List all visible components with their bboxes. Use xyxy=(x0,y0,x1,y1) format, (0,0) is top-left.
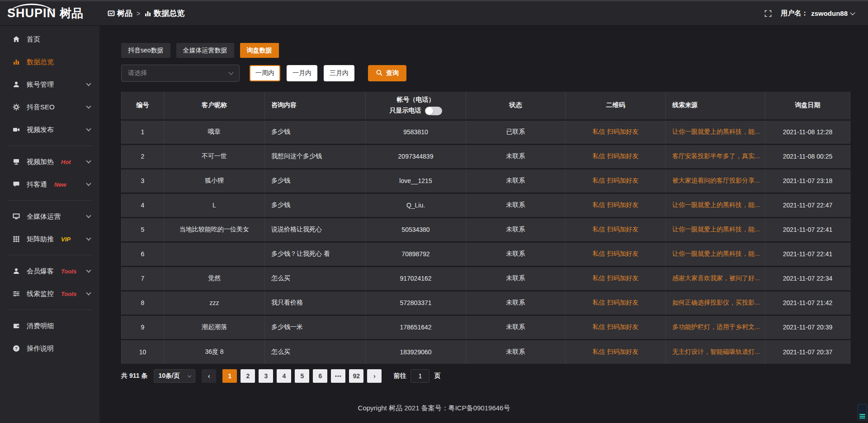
cell-date: 2021-11-07 22:34 xyxy=(765,266,850,291)
page-button-1[interactable]: 1 xyxy=(222,369,237,383)
source-link[interactable]: 无主灯设计，智能磁吸轨道灯... xyxy=(672,348,760,355)
column-header-account-title: 帐号（电话） xyxy=(372,96,459,104)
tab-全媒体运营数据[interactable]: 全媒体运营数据 xyxy=(176,43,234,58)
qr-link[interactable]: 私信 扫码加好友 xyxy=(593,128,639,135)
page-size-select[interactable]: 10条/页 xyxy=(154,369,195,383)
qr-link[interactable]: 私信 扫码加好友 xyxy=(593,177,639,184)
qr-link[interactable]: 私信 扫码加好友 xyxy=(593,274,639,282)
range-button[interactable]: 三月内 xyxy=(324,65,354,81)
cell-date: 2021-11-07 23:18 xyxy=(765,169,850,193)
sliders-icon xyxy=(13,290,20,298)
cell-account: love__1215 xyxy=(366,169,466,193)
filter-select[interactable]: 请选择 xyxy=(121,65,240,82)
sidebar-item-badge: Hot xyxy=(61,159,71,165)
goto-suffix: 页 xyxy=(434,372,440,380)
tab-抖音seo数据[interactable]: 抖音seo数据 xyxy=(121,43,170,58)
source-link[interactable]: 让你一眼就爱上的黑科技，能... xyxy=(672,250,760,257)
sidebar-item-label: 线索监控 xyxy=(27,290,54,298)
sidebar-item[interactable]: 抖客通New xyxy=(0,173,99,196)
sidebar-item[interactable]: 矩阵助推VIP xyxy=(0,228,99,250)
source-link[interactable]: 感谢大家喜欢我家，被问了好... xyxy=(672,274,760,282)
source-link[interactable]: 让你一眼就爱上的黑科技，能... xyxy=(672,128,760,135)
cell-nickname: 36度 8 xyxy=(164,339,265,364)
qr-link[interactable]: 私信 扫码加好友 xyxy=(593,323,639,330)
fullscreen-icon[interactable] xyxy=(764,10,772,17)
sidebar-item[interactable]: 线索监控Tools xyxy=(0,282,99,305)
cell-content: 我只看价格 xyxy=(265,291,366,315)
source-link[interactable]: 客厅安装投影半年多了，真实... xyxy=(672,152,760,160)
source-link[interactable]: 多功能护栏灯，适用于乡村文... xyxy=(672,323,760,330)
breadcrumb-item-home[interactable]: 树品 xyxy=(108,8,132,19)
cell-status: 未联系 xyxy=(466,242,566,266)
source-link[interactable]: 让你一眼就爱上的黑科技，能... xyxy=(672,201,760,208)
page-button-2[interactable]: 2 xyxy=(241,369,255,383)
range-button[interactable]: 一周内 xyxy=(250,65,280,81)
sidebar-item[interactable]: 数据总览 xyxy=(0,51,99,73)
cell-status: 未联系 xyxy=(466,315,566,339)
table-row: 8zzz我只看价格572803371未联系私信 扫码加好友如何正确选择投影仪，买… xyxy=(122,291,850,315)
sidebar-item[interactable]: 会员爆客Tools xyxy=(0,260,99,282)
sidebar-divider xyxy=(7,146,92,146)
goto-label: 前往 xyxy=(393,372,406,380)
qr-link[interactable]: 私信 扫码加好友 xyxy=(593,226,639,233)
sidebar-divider xyxy=(7,255,92,255)
next-page-button[interactable]: › xyxy=(367,369,382,383)
cell-nickname xyxy=(164,242,265,266)
gear-icon xyxy=(13,103,20,111)
cell-date: 2021-11-07 22:47 xyxy=(765,193,850,217)
user-icon xyxy=(13,81,20,89)
cell-account: 2097344839 xyxy=(366,144,466,169)
source-link[interactable]: 让你一眼就爱上的黑科技，能... xyxy=(672,226,760,233)
sidebar-item[interactable]: 首页 xyxy=(0,28,99,51)
page-button-5[interactable]: 5 xyxy=(295,369,309,383)
phone-only-toggle[interactable] xyxy=(425,107,442,115)
prev-page-button[interactable]: ‹ xyxy=(202,369,216,383)
cell-id: 6 xyxy=(122,242,164,266)
top-bar-right: 用户名：zswodun88 xyxy=(764,9,868,18)
cell-status: 未联系 xyxy=(466,169,566,193)
sidebar-item[interactable]: 视频加热Hot xyxy=(0,150,99,173)
qr-link[interactable]: 私信 扫码加好友 xyxy=(593,299,639,306)
sidebar-item[interactable]: ?操作说明 xyxy=(0,337,99,360)
cell-qr: 私信 扫码加好友 xyxy=(566,144,666,169)
user-menu[interactable]: 用户名：zswodun88 xyxy=(781,9,854,18)
sidebar-item[interactable]: 账号管理 xyxy=(0,73,99,96)
page-button-92[interactable]: 92 xyxy=(349,369,363,383)
query-button[interactable]: 查询 xyxy=(368,65,406,81)
cell-status: 未联系 xyxy=(466,291,566,315)
sidebar-item[interactable]: 全媒体运营 xyxy=(0,205,99,228)
cell-content: 说说价格让我死心 xyxy=(265,217,366,242)
floating-widget[interactable] xyxy=(858,404,867,420)
sidebar-item[interactable]: 抖音SEO xyxy=(0,96,99,118)
page-button-4[interactable]: 4 xyxy=(277,369,291,383)
page-ellipsis[interactable]: ••• xyxy=(331,369,345,383)
tab-询盘数据[interactable]: 询盘数据 xyxy=(240,43,279,58)
page-button-6[interactable]: 6 xyxy=(313,369,327,383)
cell-content: 怎么买 xyxy=(265,339,366,364)
goto-page-input[interactable] xyxy=(410,369,429,383)
cell-id: 9 xyxy=(122,315,164,339)
source-link[interactable]: 被大家追着问的客厅投影分享... xyxy=(672,177,760,184)
qr-link[interactable]: 私信 扫码加好友 xyxy=(593,152,639,160)
qr-link[interactable]: 私信 扫码加好友 xyxy=(593,201,639,208)
sidebar: 首页数据总览账号管理抖音SEO视频发布视频加热Hot抖客通New全媒体运营矩阵助… xyxy=(0,26,99,423)
top-bar: SHUPIN 树品 树品 > 数据总览 用户名：zswodun88 xyxy=(0,1,868,26)
cell-status: 未联系 xyxy=(466,266,566,291)
column-header-id: 编号 xyxy=(122,92,164,120)
column-header-nickname: 客户昵称 xyxy=(164,92,265,120)
range-button[interactable]: 一月内 xyxy=(287,65,317,81)
cell-date: 2021-11-07 22:41 xyxy=(765,242,850,266)
app-window: SHUPIN 树品 树品 > 数据总览 用户名：zswodun88 首页数据总览… xyxy=(0,0,868,423)
qr-link[interactable]: 私信 扫码加好友 xyxy=(593,250,639,257)
breadcrumb-item-current[interactable]: 数据总览 xyxy=(144,8,184,19)
sidebar-item[interactable]: 视频发布 xyxy=(0,118,99,141)
sidebar-item-badge: Tools xyxy=(61,268,76,275)
cell-source: 无主灯设计，智能磁吸轨道灯... xyxy=(666,339,765,364)
sidebar-item[interactable]: 消费明细 xyxy=(0,315,99,337)
page-button-3[interactable]: 3 xyxy=(259,369,273,383)
table-row: 1036度 8怎么买183929060未联系私信 扫码加好友无主灯设计，智能磁吸… xyxy=(122,339,850,364)
source-link[interactable]: 如何正确选择投影仪，买投影... xyxy=(672,299,760,306)
sidebar-divider xyxy=(7,200,92,201)
qr-link[interactable]: 私信 扫码加好友 xyxy=(593,348,639,355)
table-header: 编号 客户昵称 咨询内容 帐号（电话） 只显示电话 状态 二维码 线索来源 xyxy=(122,92,850,120)
